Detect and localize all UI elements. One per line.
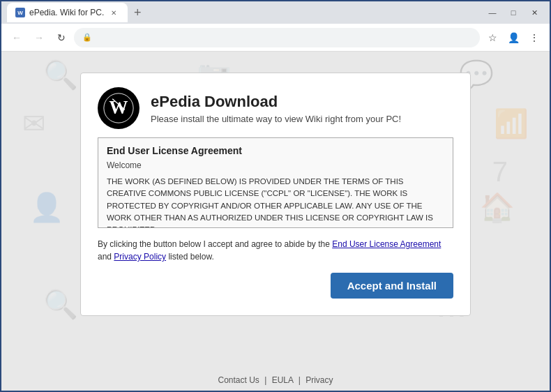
- window-controls: — □ ✕: [483, 5, 544, 20]
- bg-mail-icon: ✉: [22, 107, 46, 140]
- tab-favicon: W: [15, 8, 25, 17]
- lock-icon: 🔒: [82, 33, 92, 42]
- privacy-policy-link[interactable]: Privacy Policy: [114, 252, 166, 262]
- active-tab[interactable]: W ePedia. Wiki for PC. ✕: [7, 3, 128, 22]
- bg-search-icon: 🔍: [43, 59, 78, 91]
- tab-area: W ePedia. Wiki for PC. ✕ +: [7, 3, 480, 22]
- refresh-button[interactable]: ↻: [52, 28, 71, 47]
- address-bar[interactable]: 🔒: [74, 28, 480, 47]
- card-header-text: ePedia Download Please install the ultim…: [151, 93, 401, 124]
- nav-actions: ☆ 👤 ⋮: [483, 28, 544, 47]
- page-content: 🔍 📷 💬 ✉ 💬 📶 👤 🏠 🔍 Ⓦ 🖼 7 W: [1, 52, 550, 391]
- footer-privacy-link[interactable]: Privacy: [305, 375, 333, 385]
- eula-link[interactable]: End User License Agreement: [332, 239, 441, 249]
- bg-person-icon: 👤: [29, 191, 64, 224]
- bg-7-icon: 7: [492, 156, 508, 188]
- button-area: Accept and Install: [98, 273, 453, 299]
- footer-contact-link[interactable]: Contact Us: [218, 375, 259, 385]
- bg-home-icon: 🏠: [480, 191, 515, 224]
- minimize-button[interactable]: —: [483, 5, 502, 20]
- eula-box[interactable]: End User License Agreement Welcome THE W…: [98, 137, 453, 228]
- card-title: ePedia Download: [151, 93, 401, 111]
- eula-heading: End User License Agreement: [107, 145, 444, 156]
- eula-body: THE WORK (AS DEFINED BELOW) IS PROVIDED …: [107, 176, 444, 228]
- maximize-button[interactable]: □: [504, 5, 523, 20]
- tab-title: ePedia. Wiki for PC.: [29, 8, 104, 17]
- menu-button[interactable]: ⋮: [524, 28, 544, 47]
- footer-divider-1: |: [264, 375, 269, 385]
- footer-eula-link[interactable]: EULA: [272, 375, 294, 385]
- new-tab-button[interactable]: +: [128, 3, 147, 22]
- browser-window: W ePedia. Wiki for PC. ✕ + — □ ✕ ← → ↻ 🔒…: [0, 0, 551, 392]
- accept-install-button[interactable]: Accept and Install: [331, 273, 453, 299]
- nav-bar: ← → ↻ 🔒 ☆ 👤 ⋮: [1, 24, 550, 52]
- svg-text:W: W: [109, 97, 128, 118]
- main-card: W ePedia Download Please install the ult…: [80, 73, 471, 316]
- card-subtitle: Please install the ultimate way to view …: [151, 114, 401, 124]
- title-bar: W ePedia. Wiki for PC. ✕ + — □ ✕: [1, 1, 550, 24]
- back-button[interactable]: ←: [7, 28, 27, 47]
- footer-divider-2: |: [299, 375, 303, 385]
- account-button[interactable]: 👤: [504, 28, 523, 47]
- close-button[interactable]: ✕: [524, 5, 544, 20]
- card-header: W ePedia Download Please install the ult…: [98, 87, 453, 129]
- forward-button[interactable]: →: [29, 28, 49, 47]
- tab-close-button[interactable]: ✕: [108, 7, 119, 18]
- bg-search2-icon: 🔍: [43, 288, 78, 321]
- consent-text: By clicking the button below I accept an…: [98, 238, 453, 263]
- page-footer: Contact Us | EULA | Privacy: [1, 375, 550, 385]
- eula-welcome: Welcome: [107, 160, 444, 170]
- bookmark-button[interactable]: ☆: [483, 28, 502, 47]
- wp-logo: W: [98, 87, 139, 129]
- bg-wifi-icon: 📶: [494, 107, 529, 140]
